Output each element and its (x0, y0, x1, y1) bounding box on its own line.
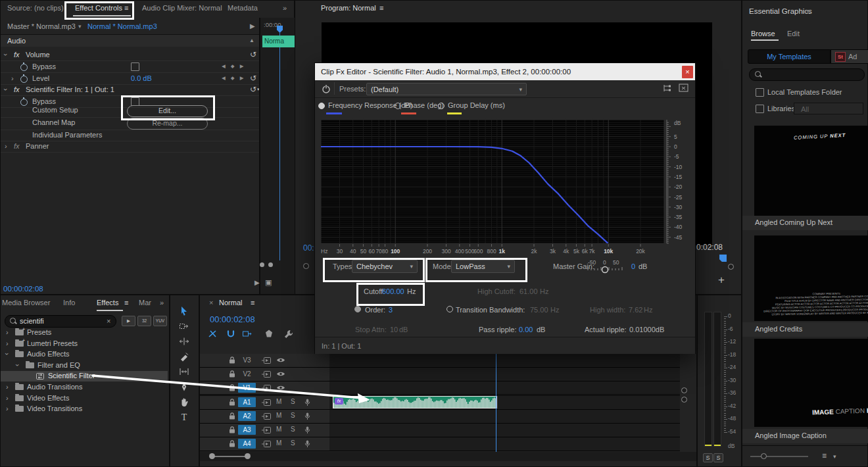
keyframe-nav-icons[interactable]: ◀ ◆ ▶ (222, 75, 245, 81)
edit-button[interactable]: Edit... (127, 105, 208, 117)
voiceover-record-icon[interactable] (304, 426, 310, 434)
template-thumbnail[interactable]: IMAGE CAPTION H (754, 339, 868, 427)
tab-media-browser[interactable]: Media Browser (2, 299, 50, 307)
order-value[interactable]: 3 (389, 305, 393, 314)
timeline-settings-button[interactable] (283, 329, 295, 340)
reset-icon[interactable]: ↺ (250, 50, 256, 59)
modes-dropdown[interactable]: LowPass▾ (451, 260, 515, 273)
hand-tool[interactable] (179, 397, 190, 408)
effects-tree-item[interactable]: ›Filter and EQ (1, 360, 168, 371)
reset-icon[interactable]: ↺ (250, 74, 256, 83)
chevron-icon[interactable]: › (11, 74, 14, 82)
clear-search-icon[interactable]: × (107, 316, 110, 326)
level-value[interactable]: 0.0 dB (131, 74, 152, 82)
collapse-icon[interactable]: ▲ (249, 36, 254, 45)
track-target-a3[interactable]: A3 (238, 425, 256, 435)
effects-tree-item[interactable]: ›Audio Transitions (1, 382, 168, 393)
chevron-icon[interactable]: › (6, 383, 9, 391)
chevron-icon[interactable]: › (2, 53, 10, 56)
mini-clip-block[interactable]: Norma (262, 36, 296, 47)
thumbnail-size-slider[interactable] (750, 456, 808, 457)
slider-knob[interactable] (761, 453, 767, 459)
chevron-down-icon[interactable]: ▾ (78, 22, 82, 31)
timeline-scrollbar[interactable] (200, 452, 696, 461)
pass-ripple-value[interactable]: 0.00 (519, 325, 533, 334)
chevron-icon[interactable]: › (6, 394, 9, 402)
tab-effect-controls[interactable]: Effect Controls (75, 4, 122, 12)
track-lock-icon[interactable] (229, 426, 235, 433)
my-templates-segment[interactable]: My Templates (748, 49, 831, 64)
effects-tree-item[interactable]: Scientific Filter (1, 371, 168, 381)
bypass-checkbox[interactable] (131, 62, 139, 71)
type-tool[interactable]: T (179, 412, 190, 423)
track-lock-icon[interactable] (229, 412, 235, 420)
master-gain-slider[interactable] (587, 264, 623, 274)
linked-selection-button[interactable] (242, 329, 253, 340)
effect-controls-timecode[interactable]: 00:00:02:08 (3, 284, 43, 293)
razor-tool[interactable] (179, 351, 190, 362)
solo-track-button[interactable]: S (291, 398, 295, 405)
program-zoom-handle-right[interactable] (728, 264, 734, 270)
track-height-handle-bottom[interactable] (681, 397, 687, 403)
panel-menu-icon[interactable]: ≡ (251, 299, 254, 307)
presets-dropdown[interactable]: (Default)▾ (366, 83, 527, 95)
snap-button[interactable] (226, 329, 237, 340)
panel-menu-icon[interactable]: ≡ (124, 299, 128, 307)
track-lock-icon[interactable] (229, 399, 235, 406)
play-effect-icon[interactable]: ▶ (250, 22, 255, 31)
stopwatch-icon[interactable] (20, 64, 28, 71)
chevron-icon[interactable]: › (14, 364, 22, 366)
reset-icon[interactable]: ↺ (250, 85, 256, 94)
scrollbar-handle-right[interactable] (245, 453, 251, 459)
solo-track-button[interactable]: S (291, 439, 295, 447)
effects-tree-item[interactable]: ›Video Transitions (1, 404, 168, 414)
chevron-icon[interactable]: › (2, 88, 10, 91)
track-target-v3[interactable]: V3 (238, 355, 256, 365)
add-button[interactable]: + (718, 276, 725, 285)
chevron-icon[interactable]: › (5, 142, 7, 150)
voiceover-record-icon[interactable] (304, 440, 310, 448)
source-patch-icon[interactable] (261, 357, 271, 364)
voiceover-record-icon[interactable] (304, 399, 310, 406)
tab-browse[interactable]: Browse (751, 29, 775, 38)
solo-right-button[interactable]: S (713, 453, 723, 462)
libraries-select[interactable]: All (794, 103, 863, 114)
export-frame-icon[interactable]: ▣ (265, 278, 272, 287)
source-patch-icon[interactable] (261, 371, 271, 378)
mute-track-button[interactable]: M (276, 439, 281, 447)
remap-button[interactable]: Re-map... (127, 118, 208, 130)
local-templates-checkbox[interactable] (756, 88, 764, 97)
transition-bandwidth-radio[interactable] (446, 306, 453, 312)
effects-search-input[interactable]: scientifi × (5, 315, 116, 328)
source-patch-icon[interactable] (261, 385, 271, 391)
tab-info[interactable]: Info (63, 299, 75, 307)
nested-sequence-button[interactable] (208, 329, 219, 340)
dialog-titlebar[interactable]: Clip Fx Editor - Scientific Filter: Audi… (315, 63, 695, 80)
legend-radio-2[interactable] (438, 103, 445, 109)
template-thumbnail[interactable]: COMPANY PRESENTSIN ASSOCIATION WITH PART… (754, 235, 868, 321)
tab-overflow-icon[interactable]: » (160, 299, 164, 307)
accelerated-effects-badge[interactable]: ▶ (122, 316, 135, 326)
effects-tree-item[interactable]: ›Video Effects (1, 393, 168, 404)
adobe-stock-segment[interactable]: St Ad (831, 49, 868, 64)
zoom-in-handle[interactable] (268, 262, 273, 267)
chevron-icon[interactable]: › (3, 353, 11, 355)
effects-tree-item[interactable]: ›+Lumetri Presets (1, 339, 168, 349)
effect-power-toggle-icon[interactable] (322, 84, 331, 93)
panel-menu-icon[interactable]: ≡ (124, 4, 128, 12)
keyframe-nav-icons[interactable]: ◀ ◆ ▶ (222, 63, 245, 69)
chevron-down-icon[interactable]: ▾ (833, 452, 836, 461)
templates-search-input[interactable] (749, 68, 865, 81)
chevron-icon[interactable]: › (6, 328, 9, 336)
toggle-track-output-icon[interactable] (276, 371, 285, 377)
tab-edit[interactable]: Edit (787, 29, 800, 38)
tab-markers[interactable]: Mar (139, 299, 151, 307)
tab-effects[interactable]: Effects (97, 299, 118, 307)
scrollbar-handle-left[interactable] (209, 453, 215, 459)
add-marker-button[interactable] (264, 329, 275, 340)
tab-metadata[interactable]: Metadata (228, 4, 258, 12)
cutoff-value[interactable]: 600.00 (382, 287, 404, 296)
play-audio-icon[interactable]: ▶ (254, 278, 260, 287)
dialog-close-button[interactable]: × (682, 66, 693, 78)
slip-tool[interactable] (179, 366, 190, 378)
